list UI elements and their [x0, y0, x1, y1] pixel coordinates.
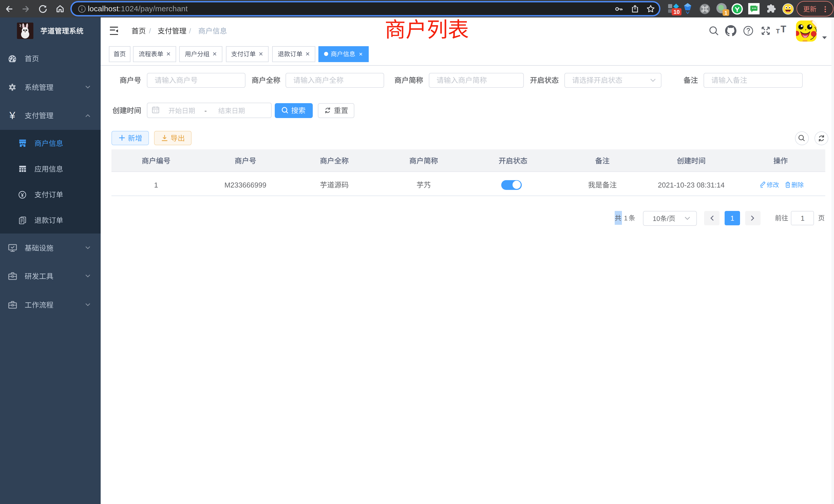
svg-text:10: 10 [674, 9, 680, 15]
svg-text:1: 1 [724, 10, 727, 16]
